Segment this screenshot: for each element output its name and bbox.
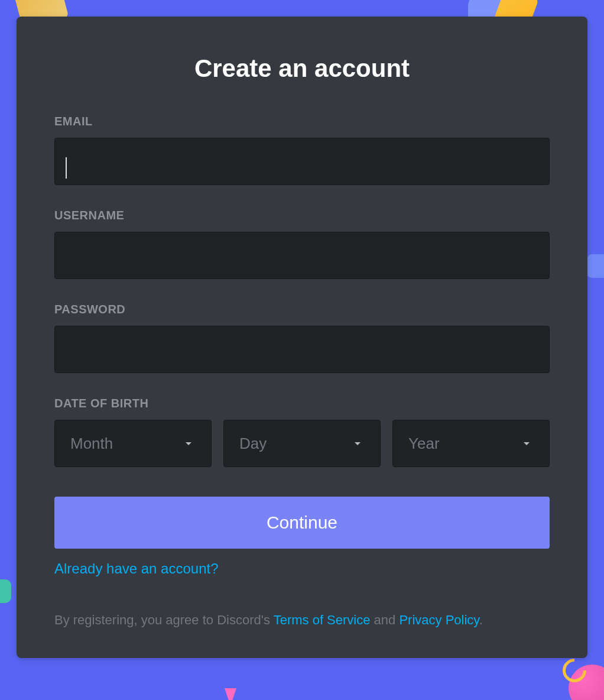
dob-row: Month Day Year <box>54 420 550 467</box>
password-group: PASSWORD <box>54 303 550 373</box>
privacy-link[interactable]: Privacy Policy <box>399 612 479 627</box>
dob-year-select[interactable]: Year <box>392 420 550 467</box>
terms-middle: and <box>370 612 399 627</box>
text-cursor <box>66 157 67 179</box>
dob-label: DATE OF BIRTH <box>54 397 550 410</box>
continue-button[interactable]: Continue <box>54 497 550 549</box>
username-label: USERNAME <box>54 209 550 222</box>
login-link[interactable]: Already have an account? <box>54 560 219 577</box>
terms-text: By registering, you agree to Discord's T… <box>54 610 550 630</box>
password-label: PASSWORD <box>54 303 550 316</box>
page-title: Create an account <box>54 54 550 83</box>
register-card: Create an account EMAIL USERNAME PASSWOR… <box>17 17 587 658</box>
dob-month-select[interactable]: Month <box>54 420 212 467</box>
password-field[interactable] <box>54 326 550 373</box>
bg-decoration <box>586 254 604 278</box>
tos-link[interactable]: Terms of Service <box>274 612 371 627</box>
dob-year-placeholder: Year <box>408 435 440 453</box>
email-field[interactable] <box>54 138 550 185</box>
bg-decoration <box>225 688 236 700</box>
chevron-down-icon <box>181 436 196 451</box>
dob-day-placeholder: Day <box>239 435 267 453</box>
chevron-down-icon <box>519 436 534 451</box>
dob-day-select[interactable]: Day <box>223 420 381 467</box>
terms-prefix: By registering, you agree to Discord's <box>54 612 274 627</box>
email-group: EMAIL <box>54 115 550 185</box>
username-field[interactable] <box>54 232 550 279</box>
email-label: EMAIL <box>54 115 550 128</box>
username-group: USERNAME <box>54 209 550 279</box>
terms-suffix: . <box>479 612 483 627</box>
dob-group: DATE OF BIRTH Month Day Year <box>54 397 550 467</box>
chevron-down-icon <box>350 436 365 451</box>
bg-decoration <box>0 579 11 603</box>
dob-month-placeholder: Month <box>70 435 113 453</box>
